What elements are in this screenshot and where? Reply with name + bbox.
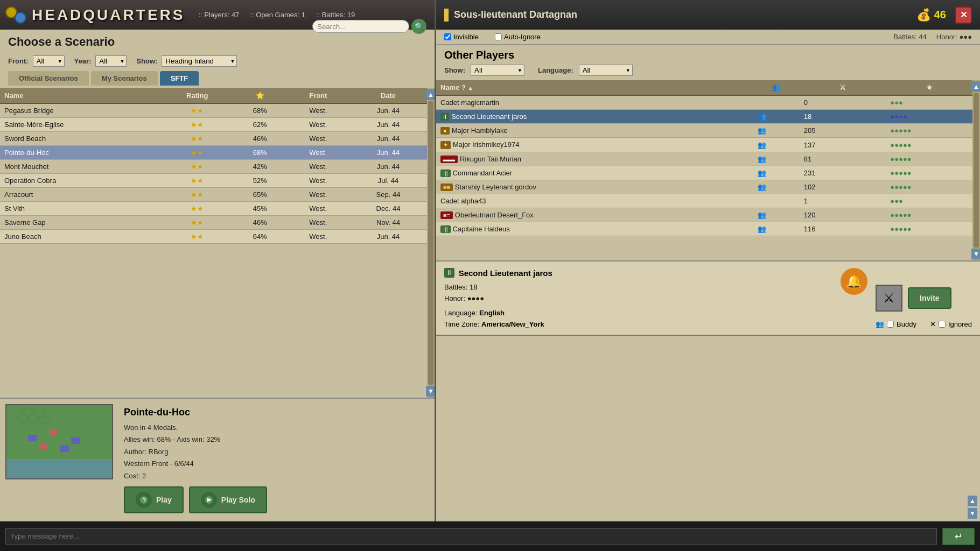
auto-ignore-checkbox[interactable] [495,33,502,40]
auto-ignore-toggle[interactable]: Auto-Ignore [495,33,541,41]
scenario-rating: ★★ [161,216,233,230]
player-battles: 116 [800,222,886,236]
player-honor: ●●● [886,194,972,208]
buddy-ignored-row: 👥 Buddy ✕ Ignored [876,320,972,328]
ignored-item[interactable]: ✕ Ignored [930,320,972,328]
buddy-checkbox[interactable] [887,321,894,328]
scenario-row[interactable]: Sainte-Mère-Eglise ★★ 62% West. Jun. 44 [0,118,427,132]
notification-bell[interactable]: 🔔 [841,268,867,295]
close-button[interactable]: ✕ [955,6,972,24]
scenario-name: Operation Cobra [0,174,161,188]
scenario-row[interactable]: Operation Cobra ★★ 52% West. Jul. 44 [0,174,427,188]
play-button[interactable]: ? Play [124,486,184,513]
ignored-checkbox[interactable] [939,321,946,328]
svg-rect-13 [60,446,69,452]
scenario-rating: ★★ [161,103,233,118]
col-date[interactable]: Date [349,88,427,103]
player-detail-header: II Second Lieutenant jaros [444,268,832,278]
player-row[interactable]: ≡=Oberleutnant Desert_Fox 👥 120 ●●●●● [436,208,972,222]
player-group: 👥 [753,110,800,124]
chat-send-button[interactable]: ↵ [942,528,975,545]
scenario-date: Jun. 44 [349,103,427,118]
scenario-row[interactable]: Pegasus Bridge ★★ 68% West. Jun. 44 [0,103,427,118]
scenario-date: Jul. 44 [349,174,427,188]
col-star[interactable]: ⭐ [233,88,286,103]
play-solo-button[interactable]: Play Solo [189,486,267,513]
other-players-title: Other Players [444,49,972,61]
right-scroll-up-btn[interactable]: ▲ [968,496,977,506]
buddy-item[interactable]: 👥 Buddy [876,320,916,328]
player-row[interactable]: IISecond Lieutenant jaros 👥 18 ●●●● [436,110,972,124]
scenario-row[interactable]: Arracourt ★★ 65% West. Sep. 44 [0,188,427,202]
player-row[interactable]: Cadet alpha43 1 ●●● [436,194,972,208]
scenario-front: West. [287,160,349,174]
tab-sftf[interactable]: SFTF [160,71,199,86]
player-row[interactable]: ●Major Hamblylake 👥 205 ●●●●● [436,124,972,138]
invisible-toggle[interactable]: Invisible [444,33,479,41]
player-name-cell: |||Commandant Acier [436,166,753,180]
invisible-checkbox[interactable] [444,33,451,40]
scenario-name: Saverne Gap [0,216,161,230]
col-front[interactable]: Front [287,88,349,103]
scenario-rating: ★★ [161,160,233,174]
scenario-row[interactable]: Pointe-du-Hoc ★★ 68% West. Jun. 44 [0,146,427,160]
players-col-name[interactable]: Name ? ▲ [436,80,753,95]
scenario-date: Nov. 44 [349,216,427,230]
player-name-cell: ✦Major Irishmikey1974 [436,138,753,152]
col-rating[interactable]: Rating [161,88,233,103]
year-select[interactable]: All 1944 1945 [95,55,127,67]
player-name-cell: ●Major Hamblylake [436,124,753,138]
battles-honor-display: Battles: 44 Honor: ●●● [893,33,972,41]
svg-rect-9 [28,435,37,441]
scenario-info-area: Pointe-du-Hoc Won in 4 Medals. Allies wi… [121,404,429,517]
players-filter-row: Show: All Online Language: All English F… [444,65,972,76]
hq-panel: Invisible Auto-Ignore Battles: 44 Honor:… [436,30,980,521]
player-row[interactable]: Cadet magicmartin 0 ●●● [436,95,972,110]
tab-official[interactable]: Official Scenarios [8,71,89,86]
player-row[interactable]: ▬▬Rikugun Taii Murian 👥 81 ●●●●● [436,152,972,166]
scroll-up-btn[interactable]: ▲ [426,89,435,100]
invite-button[interactable]: Invite [908,287,951,309]
search-input[interactable] [312,20,409,33]
player-detail-panel: II Second Lieutenant jaros Battles: 18 H… [436,260,980,335]
scenario-front: West. [287,174,349,188]
player-row[interactable]: |||Commandant Acier 👥 231 ●●●●● [436,166,972,180]
scroll-down-btn[interactable]: ▼ [426,386,435,397]
year-filter-wrap: All 1944 1945 [95,55,127,67]
right-scroll-down-btn[interactable]: ▼ [968,508,977,519]
players-col-swords[interactable]: ⚔ [800,80,886,95]
map-svg [6,405,113,479]
scenario-row[interactable]: Saverne Gap ★★ 46% West. Nov. 44 [0,216,427,230]
player-row[interactable]: ✦Major Irishmikey1974 👥 137 ●●●●● [436,138,972,152]
scenario-row[interactable]: Juno Beach ★★ 64% West. Jun. 44 [0,230,427,244]
hq-subheader: Invisible Auto-Ignore Battles: 44 Honor:… [436,30,980,45]
scenario-row[interactable]: Mont Mouchet ★★ 42% West. Jun. 44 [0,160,427,174]
players-scrollbar[interactable]: ▲ ▼ [972,80,980,260]
players-scroll-up[interactable]: ▲ [971,81,980,92]
gold-count: 46 [934,9,946,21]
player-name-cell: Cadet alpha43 [436,194,753,208]
players-col-group[interactable]: 👥 [753,80,800,95]
scenario-front: West. [287,146,349,160]
scenario-scrollbar[interactable]: ▲ ▼ [427,88,435,398]
players-col-star[interactable]: ★ [886,80,972,95]
players-show-select[interactable]: All Online [471,65,524,76]
player-battles: 120 [800,208,886,222]
search-button[interactable]: 🔍 [411,19,426,34]
front-select[interactable]: All West East [33,55,65,67]
scenario-row[interactable]: Sword Beach ★★ 46% West. Jun. 44 [0,132,427,146]
player-honor: ●●●●● [886,152,972,166]
players-scroll-down[interactable]: ▼ [971,249,980,259]
tab-my-scenarios[interactable]: My Scenarios [91,71,158,86]
chat-bar: ↵ [0,521,980,551]
player-row[interactable]: ≡≡Starshiy Leytenant gordov 👥 102 ●●●●● [436,180,972,194]
scenario-row[interactable]: St Vith ★★ 45% West. Dec. 44 [0,202,427,216]
language-select[interactable]: All English French [579,65,633,76]
chat-input[interactable] [5,528,937,545]
search-bar: 🔍 [312,19,426,34]
player-row[interactable]: |||Capitaine Haldeus 👥 116 ●●●●● [436,222,972,236]
show-select[interactable]: Heading Inland All [162,55,237,67]
ignored-label: Ignored [948,320,972,328]
player-group: 👥 [753,124,800,138]
player-honor: ●●●●● [886,166,972,180]
